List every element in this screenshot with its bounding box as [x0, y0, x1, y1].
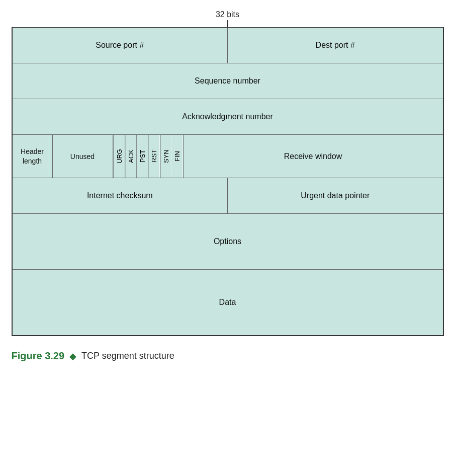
flag-ack: ACK — [125, 135, 136, 178]
tcp-diagram: Source port # Dest port # Sequence numbe… — [12, 28, 444, 336]
row-checksum: Internet checksum Urgent data pointer — [13, 178, 443, 214]
urgent-cell: Urgent data pointer — [228, 178, 443, 213]
figure-text: TCP segment structure — [81, 351, 174, 361]
figure-label: Figure 3.29 — [12, 350, 65, 362]
unused-cell: Unused — [53, 135, 113, 178]
figure-caption: Figure 3.29 ◆ TCP segment structure — [12, 350, 174, 362]
flag-syn: SYN — [160, 135, 171, 178]
row-acknowledgment: Acknowledgment number — [13, 99, 443, 135]
flag-fin: FIN — [171, 135, 183, 178]
options-cell: Options — [13, 214, 443, 269]
checksum-cell: Internet checksum — [13, 178, 228, 213]
main-container: 32 bits Source port # Dest port # Sequen… — [12, 10, 444, 362]
row-flags: Header length Unused URG ACK PST RST SYN… — [13, 135, 443, 178]
flags-group: URG ACK PST RST SYN FIN — [113, 135, 184, 178]
bits-tick — [227, 20, 228, 27]
flag-rst: RST — [148, 135, 159, 178]
receive-window-cell: Receive window — [184, 135, 443, 178]
figure-diamond: ◆ — [69, 351, 76, 362]
row-options: Options — [13, 214, 443, 270]
header-length-cell: Header length — [13, 135, 53, 178]
flag-pst: PST — [136, 135, 148, 178]
source-port-cell: Source port # — [13, 28, 228, 63]
row-data: Data — [13, 270, 443, 335]
bits-line — [12, 20, 444, 28]
acknowledgment-cell: Acknowledgment number — [13, 99, 443, 134]
row-ports: Source port # Dest port # — [13, 28, 443, 63]
row-sequence: Sequence number — [13, 63, 443, 99]
dest-port-cell: Dest port # — [228, 28, 443, 63]
flag-urg: URG — [113, 135, 125, 178]
bits-label: 32 bits — [216, 10, 239, 19]
sequence-cell: Sequence number — [13, 63, 443, 99]
data-cell: Data — [13, 270, 443, 335]
